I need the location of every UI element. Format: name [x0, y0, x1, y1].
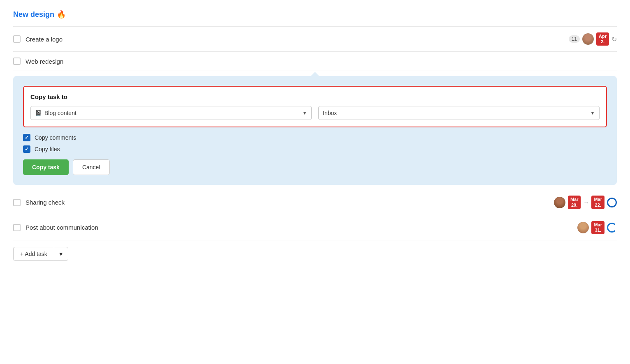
task-item: Create a logo 11 Apr2. ↻	[13, 26, 617, 52]
copy-options: Copy comments Copy files	[23, 134, 607, 153]
task-checkbox-post-about-communication[interactable]	[13, 224, 21, 231]
project-dropdown[interactable]: 📓 Blog content ▼	[30, 106, 312, 120]
project-dropdown-value: Blog content	[44, 110, 76, 116]
project-dropdown-left: 📓 Blog content	[35, 110, 76, 116]
copy-task-panel: Copy task to 📓 Blog content ▼ Inbox ▼	[13, 76, 617, 185]
avatar-face	[554, 197, 565, 208]
refresh-icon[interactable]: ↻	[611, 35, 617, 43]
avatar-sharing-check	[554, 197, 565, 208]
copy-task-popup-container: Copy task to 📓 Blog content ▼ Inbox ▼	[13, 71, 617, 190]
copy-comments-option[interactable]: Copy comments	[23, 134, 607, 141]
due-date-badge-post: Mar31.	[591, 221, 605, 234]
task-name-sharing-check: Sharing check	[25, 199, 549, 206]
copy-files-option[interactable]: Copy files	[23, 145, 607, 153]
project-dropdown-chevron: ▼	[302, 110, 307, 116]
list-dropdown-left: Inbox	[323, 110, 337, 116]
copy-task-selects: 📓 Blog content ▼ Inbox ▼	[30, 106, 600, 120]
avatar-face	[577, 222, 589, 233]
copy-files-label: Copy files	[35, 146, 60, 152]
add-task-bar: + Add task ▼	[13, 247, 617, 261]
task-meta-post-about-communication: Mar31.	[577, 221, 617, 234]
copy-task-form: Copy task to 📓 Blog content ▼ Inbox ▼	[23, 86, 607, 127]
task-item: Post about communication Mar31.	[13, 215, 617, 240]
task-name-create-logo: Create a logo	[25, 36, 564, 43]
copy-actions: Copy task Cancel	[23, 159, 607, 175]
task-name-web-redesign: Web redesign	[25, 58, 617, 65]
notebook-icon: 📓	[35, 110, 42, 116]
avatar-create-logo	[582, 33, 594, 45]
cancel-button[interactable]: Cancel	[73, 159, 110, 175]
task-meta-create-logo: 11 Apr2. ↻	[569, 32, 617, 46]
page-title: New design 🔥	[13, 10, 617, 19]
list-dropdown-value: Inbox	[323, 110, 337, 116]
copy-comments-label: Copy comments	[35, 134, 76, 141]
task-item: Sharing check Mar20. → Mar22.	[13, 190, 617, 215]
add-task-button[interactable]: + Add task	[13, 247, 54, 261]
due-date-start-badge: Mar20.	[568, 196, 581, 209]
task-checkbox-create-logo[interactable]	[13, 35, 21, 43]
task-item: Web redesign	[13, 52, 617, 71]
task-checkbox-web-redesign[interactable]	[13, 58, 21, 65]
list-dropdown-chevron: ▼	[590, 110, 595, 116]
copy-files-checkbox[interactable]	[23, 145, 30, 153]
copy-task-button[interactable]: Copy task	[23, 159, 69, 175]
status-partial-circle-icon	[607, 223, 617, 233]
list-dropdown[interactable]: Inbox ▼	[318, 106, 600, 120]
due-date-end-badge: Mar22.	[591, 196, 605, 209]
copy-comments-checkbox[interactable]	[23, 134, 30, 141]
avatar-post-about-communication	[577, 222, 589, 233]
task-name-post-about-communication: Post about communication	[25, 224, 572, 231]
task-checkbox-sharing-check[interactable]	[13, 199, 21, 206]
avatar-face	[582, 33, 594, 45]
add-task-dropdown-button[interactable]: ▼	[54, 247, 68, 261]
copy-task-title: Copy task to	[30, 93, 600, 100]
popup-caret	[311, 72, 319, 76]
date-arrow: →	[583, 199, 589, 206]
due-date-badge-create-logo: Apr2.	[596, 32, 609, 46]
title-text: New design	[13, 10, 54, 19]
task-meta-sharing-check: Mar20. → Mar22.	[554, 196, 617, 209]
comment-count-badge: 11	[569, 35, 580, 43]
title-emoji: 🔥	[57, 10, 66, 19]
status-circle-icon	[607, 198, 617, 207]
